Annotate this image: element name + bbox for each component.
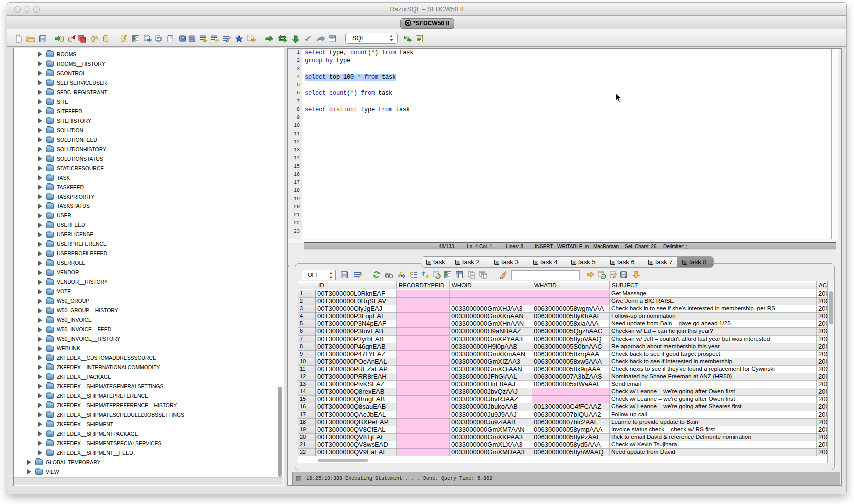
svg-text:SQL: SQL <box>352 35 365 42</box>
